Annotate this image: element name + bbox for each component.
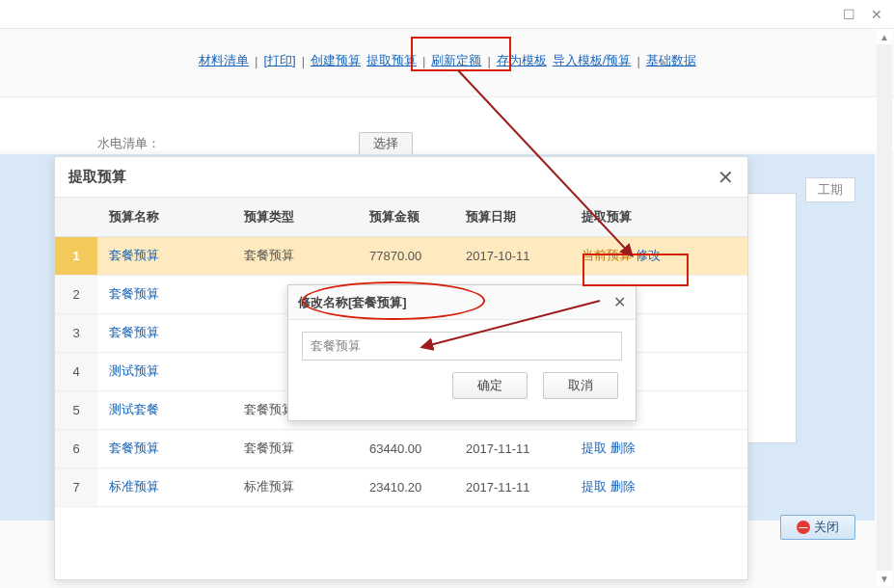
row-action-link[interactable]: 提取 <box>582 479 607 494</box>
separator: | <box>637 54 639 68</box>
scroll-up-icon[interactable]: ▲ <box>877 29 892 44</box>
row-action-link[interactable]: 删除 <box>610 441 636 455</box>
col-index <box>55 198 97 236</box>
link-base-data[interactable]: 基础数据 <box>646 52 696 69</box>
name-input[interactable] <box>302 332 622 361</box>
separator: | <box>422 54 425 68</box>
separator: | <box>302 54 305 68</box>
budget-name-link[interactable]: 套餐预算 <box>109 325 159 339</box>
cancel-button[interactable]: 取消 <box>543 372 618 399</box>
ok-button[interactable]: 确定 <box>452 372 528 399</box>
separator: | <box>255 54 257 68</box>
row-index: 3 <box>55 313 97 352</box>
cell-type: 套餐预算 <box>232 236 358 275</box>
separator: | <box>487 54 490 68</box>
col-name: 预算名称 <box>97 198 232 236</box>
vertical-scrollbar[interactable]: ▲ ▼ <box>877 29 892 586</box>
link-print[interactable]: [打印] <box>263 52 295 69</box>
col-type: 预算类型 <box>232 198 358 236</box>
row-index: 5 <box>55 390 97 429</box>
budget-name-link[interactable]: 测试套餐 <box>109 402 159 416</box>
dialog-close-icon[interactable]: ✕ <box>613 293 626 311</box>
cell-type: 套餐预算 <box>232 429 358 468</box>
filter-row: 水电清单： 选择 <box>0 96 894 150</box>
dialog-header: 修改名称[套餐预算] ✕ <box>288 285 636 320</box>
close-button[interactable]: — 关闭 <box>780 515 855 540</box>
cell-actions: 提取 删除 <box>570 429 747 468</box>
cell-date: 2017-11-11 <box>454 468 570 506</box>
current-badge: 当前预算 <box>582 248 636 262</box>
date-button-label: 工期 <box>818 181 843 199</box>
link-save-template[interactable]: 存为模板 <box>497 52 547 69</box>
window-close-icon[interactable]: ✕ <box>867 5 886 24</box>
select-button[interactable]: 选择 <box>359 132 413 155</box>
cell-amount: 23410.20 <box>358 468 454 506</box>
top-toolbar: 材料清单 | [打印] | 创建预算 提取预算 | 刷新定额 | 存为模板 导入… <box>0 52 894 69</box>
row-index: 7 <box>55 468 97 506</box>
row-index: 2 <box>55 275 97 313</box>
budget-name-link[interactable]: 测试预算 <box>109 363 159 378</box>
col-amount: 预算金额 <box>358 198 454 236</box>
link-material-list[interactable]: 材料清单 <box>199 52 249 69</box>
row-action-link[interactable]: 修改 <box>636 248 661 262</box>
cell-actions: 当前预算 修改 <box>570 236 747 275</box>
row-action-link[interactable]: 提取 <box>582 441 607 455</box>
dialog-body <box>288 320 636 361</box>
budget-name-link[interactable]: 套餐预算 <box>109 441 159 455</box>
row-index: 6 <box>55 429 97 468</box>
modal-close-icon[interactable]: ✕ <box>718 166 734 189</box>
budget-name-link[interactable]: 套餐预算 <box>109 286 159 301</box>
budget-name-link[interactable]: 套餐预算 <box>109 248 159 262</box>
window-maximize-icon[interactable]: ☐ <box>839 5 859 24</box>
dialog-footer: 确定 取消 <box>288 361 636 399</box>
row-action-link[interactable]: 删除 <box>610 479 636 494</box>
cell-date: 2017-10-11 <box>454 236 570 275</box>
row-index: 1 <box>55 236 97 275</box>
cell-actions: 提取 删除 <box>570 468 747 506</box>
cell-date: 2017-11-11 <box>454 429 570 468</box>
scroll-down-icon[interactable]: ▼ <box>877 571 892 586</box>
table-row[interactable]: 6套餐预算套餐预算63440.002017-11-11提取 删除 <box>55 429 747 468</box>
date-button[interactable]: 工期 <box>805 177 855 202</box>
dialog-title: 修改名称[套餐预算] <box>298 294 407 311</box>
modal-header: 提取预算 ✕ <box>55 157 747 198</box>
table-row[interactable]: 7标准预算标准预算23410.202017-11-11提取 删除 <box>55 468 747 506</box>
col-action: 提取预算 <box>570 198 747 236</box>
link-create-budget[interactable]: 创建预算 <box>311 52 361 69</box>
modal-title: 提取预算 <box>68 168 126 186</box>
stop-icon: — <box>797 521 810 534</box>
close-button-label: 关闭 <box>814 519 839 536</box>
table-row[interactable]: 1套餐预算套餐预算77870.002017-10-11当前预算 修改 <box>55 236 747 275</box>
cell-type: 标准预算 <box>232 468 358 506</box>
rename-dialog: 修改名称[套餐预算] ✕ 确定 取消 <box>287 284 637 421</box>
col-date: 预算日期 <box>454 198 570 236</box>
cell-amount: 63440.00 <box>358 429 454 468</box>
cell-amount: 77870.00 <box>358 236 454 275</box>
row-index: 4 <box>55 352 97 390</box>
window-titlebar: ☐ ✕ <box>0 0 894 29</box>
scroll-track[interactable] <box>877 44 892 571</box>
link-refresh-quota[interactable]: 刷新定额 <box>431 52 481 69</box>
link-extract-budget[interactable]: 提取预算 <box>366 52 417 69</box>
table-header: 预算名称 预算类型 预算金额 预算日期 提取预算 <box>55 198 747 236</box>
filter-label: 水电清单： <box>97 135 160 152</box>
link-import-template[interactable]: 导入模板/预算 <box>553 52 632 69</box>
budget-name-link[interactable]: 标准预算 <box>109 479 159 494</box>
